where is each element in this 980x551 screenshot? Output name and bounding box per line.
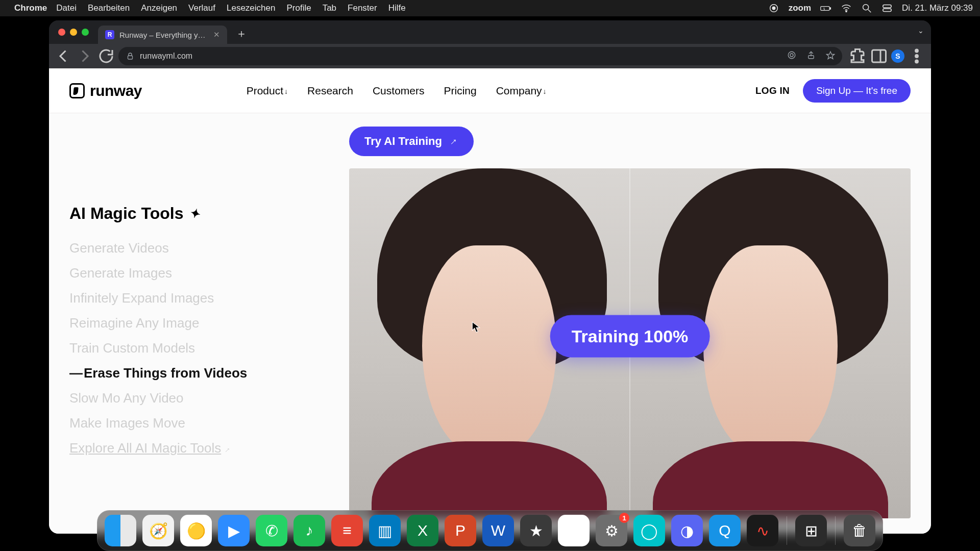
sidebar-explore-label: Explore All AI Magic Tools [69, 440, 221, 456]
login-link[interactable]: LOG IN [755, 85, 790, 96]
spotlight-icon[interactable] [861, 3, 872, 14]
battery-icon[interactable] [820, 3, 831, 14]
tabs-overflow-icon[interactable]: ⌄ [918, 27, 924, 35]
signup-button[interactable]: Sign Up — It's free [803, 79, 911, 103]
sidebar-explore-link[interactable]: Explore All AI Magic Tools→ [69, 440, 309, 456]
dock-voice-memos[interactable]: ∿ [747, 515, 778, 546]
portrait-face [422, 245, 557, 456]
menubar-app-name[interactable]: Chrome [14, 3, 47, 13]
svg-rect-9 [128, 56, 133, 59]
sidebar-item-erase-from-videos[interactable]: Erase Things from Videos [69, 365, 309, 381]
logo-mark-icon [69, 83, 85, 98]
portrait-shirt [372, 441, 607, 518]
menu-bearbeiten[interactable]: Bearbeiten [88, 3, 130, 13]
menu-tab[interactable]: Tab [323, 3, 336, 13]
menu-datei[interactable]: Datei [56, 3, 77, 13]
bookmark-star-icon[interactable] [826, 51, 835, 62]
nav-research[interactable]: Research [307, 85, 353, 97]
tab-strip: R Runway – Everything you need ✕ ＋ ⌄ [49, 20, 931, 44]
dock-excel[interactable]: X [407, 515, 438, 546]
menu-lesezeichen[interactable]: Lesezeichen [227, 3, 275, 13]
dock-todoist[interactable]: ≡ [331, 515, 363, 546]
wifi-icon[interactable] [841, 3, 852, 14]
nav-product-label: Product [247, 85, 283, 96]
tab-favicon-icon: R [105, 30, 114, 39]
tab-close-icon[interactable]: ✕ [213, 30, 220, 39]
dock-settings[interactable]: ⚙1 [596, 515, 627, 546]
svg-point-5 [863, 5, 869, 10]
menu-verlauf[interactable]: Verlauf [188, 3, 215, 13]
svg-rect-14 [872, 50, 886, 62]
browser-tab[interactable]: R Runway – Everything you need ✕ [98, 26, 227, 44]
nav-company-label: Company [496, 85, 542, 96]
settings-badge: 1 [619, 513, 629, 523]
dock-trash[interactable]: 🗑 [844, 515, 875, 546]
nav-forward-button[interactable] [76, 47, 94, 65]
try-ai-training-button[interactable]: Try AI Training → [349, 127, 474, 156]
sidebar-item-expand-images[interactable]: Infinitely Expand Images [69, 290, 309, 306]
viewport: runway Product↓ Research Customers Prici… [49, 68, 931, 534]
dock-safari[interactable]: 🧭 [142, 515, 174, 546]
sidebar-item-generate-images[interactable]: Generate Images [69, 265, 309, 281]
dock-imovie[interactable]: ★ [520, 515, 552, 546]
dock-app-teal[interactable]: ◯ [633, 515, 665, 546]
chevron-down-icon: ↓ [284, 87, 288, 95]
dock-chrome[interactable]: 🟡 [180, 515, 212, 546]
chrome-menu-icon[interactable] [908, 47, 926, 65]
dock-word[interactable]: W [482, 515, 514, 546]
svg-rect-2 [821, 6, 829, 10]
window-minimize-button[interactable] [70, 29, 77, 36]
portrait-face [703, 245, 838, 456]
sidebar-item-slow-mo[interactable]: Slow Mo Any Video [69, 390, 309, 406]
sidebar-item-reimagine[interactable]: Reimagine Any Image [69, 315, 309, 331]
control-center-icon[interactable] [881, 3, 893, 14]
window-close-button[interactable] [58, 29, 65, 36]
address-bar[interactable]: runwayml.com [118, 47, 842, 65]
share-icon[interactable] [806, 51, 816, 62]
profile-avatar[interactable]: S [891, 49, 904, 63]
nav-product[interactable]: Product↓ [247, 85, 288, 97]
browser-toolbar: runwayml.com S [49, 44, 931, 68]
dock-powerpoint[interactable]: P [445, 515, 476, 546]
new-tab-button[interactable]: ＋ [234, 27, 249, 41]
cursor-pointer-icon [472, 321, 481, 335]
svg-point-10 [790, 54, 793, 57]
nav-back-button[interactable] [54, 47, 72, 65]
dock-whatsapp[interactable]: ✆ [256, 515, 287, 546]
menu-profile[interactable]: Profile [286, 3, 311, 13]
dock-finder[interactable] [105, 515, 136, 546]
sidebar-list: Generate Videos Generate Images Infinite… [69, 240, 309, 456]
dock-zoom[interactable]: ▶ [218, 515, 250, 546]
dock-quicktime[interactable]: Q [709, 515, 741, 546]
google-lens-icon[interactable] [787, 51, 796, 62]
nav-customers[interactable]: Customers [373, 85, 425, 97]
dock-wrap: 🧭 🟡 ▶ ✆ ♪ ≡ ▥ X P W ★ ▲ ⚙1 ◯ ◑ Q ∿ ⊞ 🗑 [0, 505, 980, 551]
training-progress-pill: Training 100% [550, 315, 710, 358]
menu-hilfe[interactable]: Hilfe [388, 3, 406, 13]
zoom-status-label[interactable]: zoom [789, 3, 811, 13]
sidepanel-icon[interactable] [870, 47, 888, 65]
page-content: Try AI Training → AI Magic Tools ✦ Gener… [49, 113, 931, 534]
nav-reload-button[interactable] [97, 47, 115, 65]
extensions-icon[interactable] [848, 47, 867, 65]
menubar-clock[interactable]: Di. 21. März 09:39 [902, 3, 973, 13]
site-logo[interactable]: runway [69, 82, 142, 99]
dock-calculator[interactable]: ⊞ [795, 515, 827, 546]
record-icon[interactable] [768, 3, 779, 14]
nav-company[interactable]: Company↓ [496, 85, 547, 97]
svg-point-17 [916, 55, 918, 58]
sidebar-item-generate-videos[interactable]: Generate Videos [69, 240, 309, 256]
webpage: runway Product↓ Research Customers Prici… [49, 68, 931, 534]
dock-trello[interactable]: ▥ [369, 515, 401, 546]
window-zoom-button[interactable] [82, 29, 89, 36]
menu-anzeigen[interactable]: Anzeigen [141, 3, 177, 13]
menu-fenster[interactable]: Fenster [348, 3, 377, 13]
dock-discord[interactable]: ◑ [671, 515, 703, 546]
nav-pricing[interactable]: Pricing [444, 85, 476, 97]
svg-point-16 [916, 49, 918, 52]
svg-rect-8 [883, 9, 892, 11]
dock-drive[interactable]: ▲ [558, 515, 590, 546]
dock-spotify[interactable]: ♪ [293, 515, 325, 546]
sidebar-item-images-move[interactable]: Make Images Move [69, 415, 309, 431]
sidebar-item-train-models[interactable]: Train Custom Models [69, 340, 309, 356]
